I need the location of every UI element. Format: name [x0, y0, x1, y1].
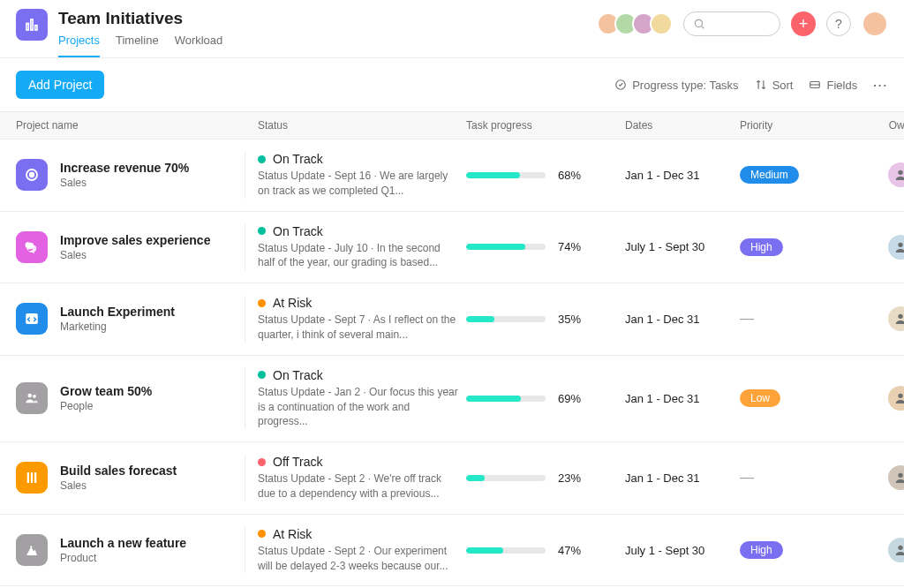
tab-timeline[interactable]: Timeline	[116, 34, 159, 57]
svg-point-16	[898, 394, 902, 398]
status-label: On Track	[273, 224, 323, 238]
status-cell[interactable]: On Track Status Update - Sept 16 · We ar…	[245, 152, 466, 199]
status-cell[interactable]: At Risk Status Update - Sept 2 · Our exp…	[245, 527, 466, 574]
fields-button[interactable]: Fields	[809, 79, 857, 92]
svg-point-21	[30, 546, 32, 547]
header-right: + ?	[597, 9, 888, 37]
project-cell[interactable]: Improve sales experience Sales	[16, 224, 245, 271]
progress-bar	[466, 547, 546, 554]
priority-badge: High	[740, 541, 783, 559]
add-project-button[interactable]: Add Project	[16, 71, 104, 99]
svg-point-14	[28, 394, 33, 398]
avatar-stack[interactable]	[597, 12, 673, 35]
owner-cell[interactable]	[837, 235, 904, 260]
status-update: Status Update - Sept 7 · As I reflect on…	[258, 313, 459, 343]
project-team: Sales	[60, 479, 177, 492]
svg-point-3	[695, 19, 702, 26]
status-update: Status Update - July 10 · In the second …	[258, 241, 459, 271]
project-name: Grow team 50%	[60, 384, 152, 398]
progress-bar	[466, 475, 546, 481]
tab-workload[interactable]: Workload	[175, 34, 223, 57]
owner-avatar[interactable]	[888, 162, 904, 187]
owner-cell[interactable]	[837, 465, 904, 490]
status-label: At Risk	[273, 296, 312, 310]
col-project[interactable]: Project name	[16, 119, 245, 132]
status-cell[interactable]: Off Track Status Update - Sept 2 · We're…	[245, 455, 466, 501]
progress-type-label: Progress type: Tasks	[632, 79, 738, 92]
owner-cell[interactable]	[837, 162, 904, 187]
owner-avatar[interactable]	[888, 306, 904, 331]
sort-button[interactable]: Sort	[755, 79, 794, 92]
svg-rect-2	[35, 26, 37, 30]
project-row[interactable]: Build sales forecast Sales Off Track Sta…	[0, 442, 904, 515]
progress-bar	[466, 316, 546, 322]
dates-cell[interactable]: Jan 1 - Dec 31	[625, 169, 740, 182]
col-status[interactable]: Status	[245, 119, 466, 132]
owner-cell[interactable]	[837, 306, 904, 331]
progress-type-filter[interactable]: Progress type: Tasks	[614, 79, 738, 92]
project-team: Marketing	[60, 320, 175, 333]
project-name: Increase revenue 70%	[60, 161, 189, 175]
col-dates[interactable]: Dates	[625, 119, 740, 132]
progress-cell: 35%	[466, 313, 625, 326]
project-icon	[16, 382, 48, 414]
add-button[interactable]: +	[791, 11, 816, 36]
progress-bar	[466, 396, 546, 402]
priority-cell[interactable]: High	[740, 238, 837, 256]
project-row[interactable]: Increase revenue 70% Sales On Track Stat…	[0, 139, 904, 212]
project-cell[interactable]: Launch Experiment Marketing	[16, 296, 245, 343]
priority-cell[interactable]: —	[740, 311, 837, 327]
status-label: At Risk	[273, 527, 312, 541]
avatar[interactable]	[650, 12, 673, 35]
owner-avatar[interactable]	[888, 235, 904, 260]
col-progress[interactable]: Task progress	[466, 119, 625, 132]
dates-cell[interactable]: Jan 1 - Dec 31	[625, 313, 740, 326]
dates-cell[interactable]: July 1 - Sept 30	[625, 240, 740, 253]
owner-avatar[interactable]	[888, 538, 904, 562]
status-cell[interactable]: On Track Status Update - Jan 2 · Our foc…	[245, 368, 466, 429]
progress-percent: 23%	[558, 471, 581, 485]
priority-cell[interactable]: Medium	[740, 166, 837, 184]
priority-cell[interactable]: —	[740, 470, 837, 486]
search-input[interactable]	[683, 11, 780, 36]
dates-cell[interactable]: July 1 - Sept 30	[625, 544, 740, 557]
help-button[interactable]: ?	[826, 11, 851, 36]
priority-cell[interactable]: High	[740, 541, 837, 559]
status-dot-icon	[258, 458, 266, 466]
progress-cell: 69%	[466, 392, 625, 405]
project-name: Improve sales experience	[60, 233, 210, 247]
status-cell[interactable]: At Risk Status Update - Sept 7 · As I re…	[245, 296, 466, 343]
project-team: People	[60, 400, 152, 412]
project-name: Launch a new feature	[60, 536, 186, 550]
dates-cell[interactable]: Jan 1 - Dec 31	[625, 471, 740, 485]
owner-avatar[interactable]	[888, 386, 904, 411]
col-owner[interactable]: Owner	[837, 119, 904, 132]
progress-percent: 69%	[558, 392, 581, 405]
priority-cell[interactable]: Low	[740, 389, 837, 407]
project-row[interactable]: Launch Experiment Marketing At Risk Stat…	[0, 283, 904, 356]
owner-avatar[interactable]	[888, 465, 904, 490]
toolbar: Add Project Progress type: Tasks Sort Fi…	[0, 58, 904, 111]
svg-point-15	[33, 395, 36, 398]
status-dot-icon	[258, 299, 266, 307]
status-cell[interactable]: On Track Status Update - July 10 · In th…	[245, 224, 466, 271]
user-avatar[interactable]	[862, 11, 888, 37]
owner-cell[interactable]	[837, 538, 904, 562]
project-cell[interactable]: Launch a new feature Product	[16, 527, 245, 574]
project-cell[interactable]: Grow team 50% People	[16, 368, 245, 429]
svg-point-11	[898, 243, 902, 247]
project-row[interactable]: Improve sales experience Sales On Track …	[0, 212, 904, 284]
project-cell[interactable]: Build sales forecast Sales	[16, 455, 245, 501]
dates-cell[interactable]: Jan 1 - Dec 31	[625, 392, 740, 405]
project-row[interactable]: Launch a new feature Product At Risk Sta…	[0, 515, 904, 587]
col-priority[interactable]: Priority	[740, 119, 837, 132]
project-cell[interactable]: Increase revenue 70% Sales	[16, 152, 245, 199]
svg-point-22	[898, 546, 902, 550]
project-row[interactable]: Grow team 50% People On Track Status Upd…	[0, 356, 904, 442]
more-button[interactable]: ···	[873, 79, 888, 92]
tab-projects[interactable]: Projects	[58, 34, 100, 57]
svg-rect-19	[34, 472, 36, 483]
owner-cell[interactable]	[837, 386, 904, 411]
status-dot-icon	[258, 530, 266, 538]
status-label: On Track	[273, 368, 323, 382]
